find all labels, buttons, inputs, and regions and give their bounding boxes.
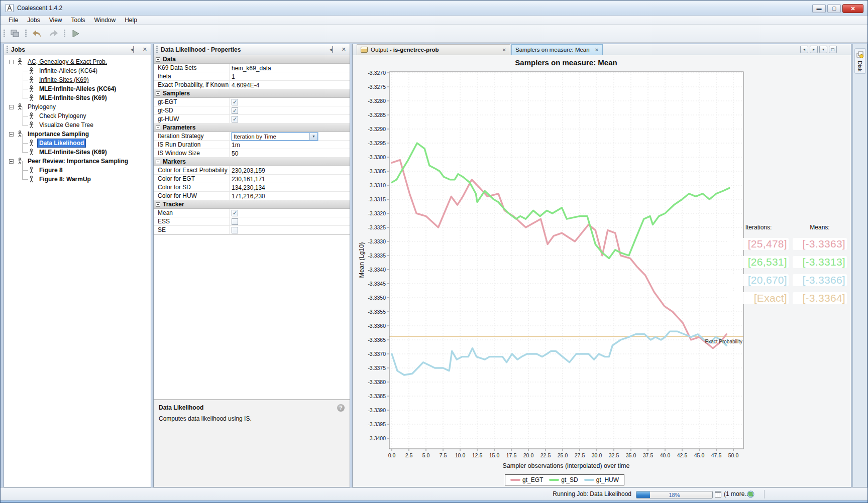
expand-collapse-icon[interactable] xyxy=(9,105,14,109)
maximize-button[interactable]: ▢ xyxy=(827,4,841,13)
value-text: hein_k69_data xyxy=(232,65,271,72)
svg-text:50.0: 50.0 xyxy=(728,452,739,458)
tree-item[interactable]: MLE-Infinite-Sites (K69) xyxy=(4,148,151,157)
property-row: gt-SD✓ xyxy=(154,106,350,115)
running-job-label: Running Job: Data Likelihood xyxy=(553,490,631,497)
tree-item[interactable]: Figure 8: WarmUp xyxy=(4,175,151,184)
tab-is-genetree-prob[interactable]: Output - is-genetree-prob✕ xyxy=(357,44,510,55)
chart-area: 0.02.55.07.510.012.515.017.520.022.525.0… xyxy=(353,55,851,487)
property-value[interactable]: 4.6094E-4 xyxy=(230,81,350,89)
expand-collapse-icon[interactable] xyxy=(9,60,14,64)
property-value[interactable]: ✓ xyxy=(230,209,350,217)
legend-item: gt_EGT xyxy=(510,476,543,483)
property-value[interactable]: ✓ xyxy=(230,98,350,106)
checkbox[interactable]: ✓ xyxy=(232,99,238,105)
help-icon[interactable]: ? xyxy=(337,404,345,412)
property-label: theta xyxy=(154,72,230,80)
toolbar-separator xyxy=(64,30,65,38)
tree-item-label: Check Phylogeny xyxy=(38,112,87,120)
tab-label: Samplers on measure: Mean xyxy=(515,47,590,53)
tab-label: Output - is-genetree-prob xyxy=(371,47,439,53)
menu-jobs[interactable]: Jobs xyxy=(23,16,44,24)
property-value[interactable] xyxy=(230,226,350,234)
disk-tab[interactable]: Disk xyxy=(854,48,865,74)
menu-help[interactable]: Help xyxy=(121,16,141,24)
property-label: IS Run Duration xyxy=(154,141,230,149)
mean-value: [-3.3363] xyxy=(793,238,847,250)
redo-button[interactable] xyxy=(47,27,61,40)
y-axis-ticks: -3.3270-3.3275-3.3280-3.3285-3.3290-3.32… xyxy=(368,70,389,441)
property-value[interactable] xyxy=(230,217,350,225)
property-value[interactable]: 134,230,134 xyxy=(230,183,350,191)
tree-item[interactable]: MLE-Infinite-Sites (K69) xyxy=(4,93,151,102)
collapse-section-icon[interactable] xyxy=(156,125,160,130)
checkbox[interactable]: ✓ xyxy=(232,107,238,114)
menu-tools[interactable]: Tools xyxy=(67,16,89,24)
tree-item-label: Importance Sampling xyxy=(26,130,90,138)
property-label: SE xyxy=(154,226,230,234)
property-value[interactable]: 50 xyxy=(230,149,350,157)
checkbox[interactable]: ✓ xyxy=(232,116,238,122)
chevron-down-icon: ▼ xyxy=(309,133,317,140)
scroll-tabs-right-icon[interactable]: ▸ xyxy=(810,46,818,53)
iterations-value: [25,478] xyxy=(728,238,789,250)
property-value[interactable]: 230,161,171 xyxy=(230,175,350,183)
selected-option: Iteration by Time xyxy=(232,134,309,140)
section-header[interactable]: Parameters xyxy=(154,123,350,132)
property-value[interactable]: 1 xyxy=(230,72,350,80)
process-list-icon[interactable] xyxy=(715,491,721,499)
section-header[interactable]: Samplers xyxy=(154,89,350,98)
expand-collapse-icon[interactable] xyxy=(9,159,14,164)
property-value[interactable]: 171,216,230 xyxy=(230,192,350,200)
iteration-strategy-select[interactable]: Iteration by Time▼ xyxy=(232,133,318,141)
checkbox[interactable] xyxy=(232,218,238,225)
stats-row: [26,531][-3.3313] xyxy=(728,256,849,268)
property-value[interactable]: 230,203,159 xyxy=(230,166,350,174)
checkbox[interactable] xyxy=(232,227,238,233)
tab-samplers-on-measure-mean[interactable]: Samplers on measure: Mean✕ xyxy=(511,44,603,55)
close-panel-icon[interactable]: ✕ xyxy=(142,47,148,52)
collapse-section-icon[interactable] xyxy=(156,202,160,207)
duplicate-job-button[interactable] xyxy=(8,27,22,40)
minimize-button[interactable]: ▬ xyxy=(812,4,826,13)
property-value[interactable]: ✓ xyxy=(230,115,350,123)
network-globe-icon[interactable] xyxy=(747,490,754,499)
maximize-tab-icon[interactable]: ▢ xyxy=(829,46,837,53)
person-icon xyxy=(29,140,35,147)
tree-item[interactable]: Visualize Gene Tree xyxy=(4,120,151,130)
section-header[interactable]: Data xyxy=(154,55,350,64)
checkbox[interactable]: ✓ xyxy=(232,210,238,216)
svg-text:-3.3390: -3.3390 xyxy=(368,407,386,413)
tree-item-label: MLE-Infinite-Sites (K69) xyxy=(38,148,108,156)
property-value[interactable]: hein_k69_data xyxy=(230,64,350,72)
toolbar xyxy=(1,25,867,43)
property-value[interactable]: 1m xyxy=(230,141,350,149)
person-icon xyxy=(29,121,35,129)
close-button[interactable]: ✕ xyxy=(842,4,863,13)
collapse-section-icon[interactable] xyxy=(156,160,160,164)
property-value[interactable]: ✓ xyxy=(230,106,350,114)
section-header[interactable]: Markers xyxy=(154,158,350,166)
expand-collapse-icon[interactable] xyxy=(9,132,14,137)
run-job-button[interactable] xyxy=(68,27,82,40)
undo-button[interactable] xyxy=(30,27,44,40)
minimize-panel-icon[interactable]: ◂▏ xyxy=(329,47,338,52)
collapse-section-icon[interactable] xyxy=(156,91,160,96)
properties-panel: Data Likelihood - Properties ◂▏ ✕ DataK6… xyxy=(153,44,350,487)
menu-view[interactable]: View xyxy=(45,16,66,24)
property-value[interactable]: Iteration by Time▼ xyxy=(230,132,350,140)
close-panel-icon[interactable]: ✕ xyxy=(341,47,347,52)
tab-list-dropdown-icon[interactable]: ▾ xyxy=(819,46,827,53)
menu-file[interactable]: File xyxy=(5,16,22,24)
tab-close-icon[interactable]: ✕ xyxy=(502,47,506,53)
minimize-panel-icon[interactable]: ◂▏ xyxy=(130,47,139,52)
tab-close-icon[interactable]: ✕ xyxy=(595,47,599,53)
section-header[interactable]: Tracker xyxy=(154,200,350,209)
svg-text:27.5: 27.5 xyxy=(575,452,585,458)
property-label: Color for HUW xyxy=(154,192,230,200)
svg-text:-3.3310: -3.3310 xyxy=(368,182,386,188)
scroll-tabs-left-icon[interactable]: ◂ xyxy=(800,46,808,53)
description-title: Data Likelihood xyxy=(159,404,345,411)
collapse-section-icon[interactable] xyxy=(156,57,160,62)
menu-window[interactable]: Window xyxy=(90,16,120,24)
